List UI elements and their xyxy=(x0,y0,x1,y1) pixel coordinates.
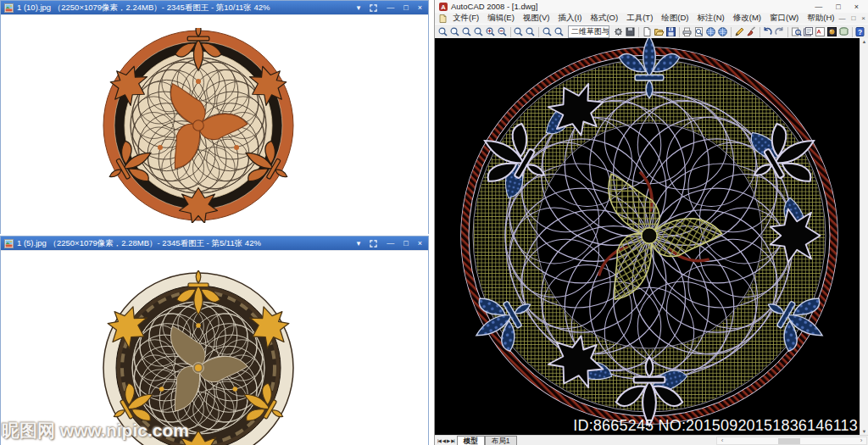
menu-编辑E[interactable]: 编辑(E) xyxy=(483,13,519,24)
autocad-menubar: 文件(F)编辑(E)视图(V)插入(I)格式(O)工具(T)绘图(D)标注(N)… xyxy=(435,13,868,24)
viewer2-canvas[interactable] xyxy=(1,250,428,445)
autocad-maximize-button[interactable]: □ xyxy=(836,3,840,11)
scroll-down-icon[interactable]: ▼ xyxy=(862,428,866,435)
workspace-settings-icon[interactable] xyxy=(613,25,624,38)
layout-tab-navigation: |◀◀▶▶| xyxy=(435,438,457,443)
help-icon[interactable]: ? xyxy=(854,25,865,38)
autocad-titlebar[interactable]: A AutoCAD 2008 - [1.dwg] —□× xyxy=(435,0,868,13)
viewer2-minimize-button[interactable]: — xyxy=(387,236,394,250)
cad-medallion-drawing xyxy=(435,38,860,435)
tab-nav-3[interactable]: ▶| xyxy=(451,438,454,443)
tab-模型[interactable]: 模型 xyxy=(457,436,485,445)
viewer1-fit-screen-button[interactable] xyxy=(370,4,377,12)
menu-修改M[interactable]: 修改(M) xyxy=(729,13,765,24)
drawing-area[interactable]: ID:8665245 NO:20150920151836146113 ▲ ▼ xyxy=(435,38,868,435)
zoom-dynamic-icon[interactable] xyxy=(449,25,460,38)
viewer1-maximize-button[interactable]: □ xyxy=(403,1,408,14)
markup-manager-icon[interactable] xyxy=(815,25,826,38)
publish-icon[interactable] xyxy=(705,25,716,38)
image-file-icon xyxy=(4,239,14,248)
zoom-center-icon[interactable] xyxy=(473,25,484,38)
zoom-out-icon[interactable] xyxy=(497,25,508,38)
image-file-icon xyxy=(4,3,14,13)
viewer2-menu-caret-button[interactable]: ▾ xyxy=(357,236,361,250)
drawing-file-icon xyxy=(437,14,448,23)
scroll-right-icon[interactable]: › xyxy=(856,437,866,444)
zoom-extents-icon[interactable] xyxy=(525,25,536,38)
undo-icon[interactable] xyxy=(762,25,773,38)
menu-绘图D[interactable]: 绘图(D) xyxy=(657,13,693,24)
tab-nav-2[interactable]: ▶ xyxy=(447,438,449,443)
menu-窗口W[interactable]: 窗口(W) xyxy=(765,13,803,24)
zoom-previous-icon[interactable] xyxy=(554,25,565,38)
viewer1-canvas[interactable] xyxy=(1,14,428,234)
vertical-scrollbar[interactable]: ▲ ▼ xyxy=(860,38,868,435)
zoom-scale-icon[interactable] xyxy=(461,25,472,38)
tab-nav-1[interactable]: ◀ xyxy=(442,438,445,443)
zoom-realtime-icon[interactable] xyxy=(542,25,553,38)
autocad-window: A AutoCAD 2008 - [1.dwg] —□× 文件(F)编辑(E)视… xyxy=(434,0,868,445)
autocad-close-button[interactable]: × xyxy=(854,3,859,11)
mdi-window-controls: —□× xyxy=(838,14,868,22)
autocad-minimize-button[interactable]: — xyxy=(815,3,822,11)
open-icon[interactable] xyxy=(654,25,665,38)
render-icon[interactable] xyxy=(826,25,837,38)
tab-布局1[interactable]: 布局1 xyxy=(485,436,517,445)
menu-视图V[interactable]: 视图(V) xyxy=(519,13,554,24)
viewer2-title: 1 (5).jpg （2250×1079像素，2.28MB）- 2345看图王 … xyxy=(17,238,353,249)
menu-格式O[interactable]: 格式(O) xyxy=(586,13,622,24)
workspace-save-icon[interactable] xyxy=(625,25,636,38)
zoom-window-icon[interactable] xyxy=(437,25,448,38)
viewer1-close-button[interactable]: × xyxy=(418,1,422,14)
etransmit-icon[interactable] xyxy=(717,25,728,38)
find-icon[interactable] xyxy=(791,25,802,38)
id-watermark: ID:8665245 NO:20150920151836146113 xyxy=(573,417,858,435)
layout-tabs: 模型布局1 xyxy=(457,436,517,445)
brush-markup-icon[interactable] xyxy=(746,25,757,38)
save-icon[interactable] xyxy=(665,25,676,38)
viewer2-window-controls: ▾—□× xyxy=(357,236,422,250)
viewer1-menu-caret-button[interactable]: ▾ xyxy=(357,1,361,14)
sheetset-icon[interactable] xyxy=(803,25,814,38)
medallion-artwork-orange xyxy=(101,28,296,223)
viewer2-fit-screen-button[interactable] xyxy=(370,240,377,248)
viewer1-title: 1 (10).jpg （2250×1079像素，2.24MB）- 2345看图王… xyxy=(17,3,353,14)
horizontal-scrollbar[interactable]: ‹ › xyxy=(716,437,867,445)
plot-icon[interactable] xyxy=(682,25,693,38)
redo-icon[interactable] xyxy=(774,25,785,38)
autocad-bottom-bar: |◀◀▶▶| 模型布局1 ‹ › xyxy=(435,435,868,445)
zoom-all-icon[interactable] xyxy=(513,25,524,38)
autocad-window-controls: —□× xyxy=(815,3,864,11)
viewer2-close-button[interactable]: × xyxy=(418,236,422,250)
viewer1-titlebar[interactable]: 1 (10).jpg （2250×1079像素，2.24MB）- 2345看图王… xyxy=(1,1,428,14)
mdi-close-button[interactable]: × xyxy=(861,14,865,22)
svg-text:A: A xyxy=(441,3,446,11)
plot-preview-icon[interactable] xyxy=(693,25,704,38)
viewer1-window-controls: ▾—□× xyxy=(357,1,422,14)
viewer2-maximize-button[interactable]: □ xyxy=(403,236,408,250)
mdi-restore-button[interactable]: □ xyxy=(851,14,855,22)
dbconnect-icon[interactable] xyxy=(838,25,849,38)
pencil-redline-icon[interactable] xyxy=(734,25,745,38)
zoom-in-icon[interactable] xyxy=(485,25,496,38)
menu-插入I[interactable]: 插入(I) xyxy=(554,13,586,24)
autocad-app-icon: A xyxy=(439,3,448,11)
new-icon[interactable] xyxy=(642,25,653,38)
viewer1-minimize-button[interactable]: — xyxy=(387,1,394,14)
tab-nav-0[interactable]: |◀ xyxy=(437,438,441,443)
workspace-dropdown-value: 二维草图与注释 xyxy=(571,26,610,37)
workspace-dropdown[interactable]: 二维草图与注释∨ xyxy=(568,25,610,38)
mdi-minimize-button[interactable]: — xyxy=(838,14,845,22)
menu-工具T[interactable]: 工具(T) xyxy=(622,13,657,24)
medallion-artwork-brown xyxy=(101,270,296,445)
viewer2-titlebar[interactable]: 1 (5).jpg （2250×1079像素，2.28MB）- 2345看图王 … xyxy=(1,236,428,250)
menu-文件F[interactable]: 文件(F) xyxy=(448,13,483,24)
horizontal-scroll-thumb[interactable] xyxy=(778,438,800,444)
menu-标注N[interactable]: 标注(N) xyxy=(693,13,729,24)
viewer-window-2: 1 (5).jpg （2250×1079像素，2.28MB）- 2345看图王 … xyxy=(0,236,429,445)
menu-帮助H[interactable]: 帮助(H) xyxy=(803,13,838,24)
scroll-up-icon[interactable]: ▲ xyxy=(862,38,866,45)
scroll-left-icon[interactable]: ‹ xyxy=(717,437,727,444)
svg-text:?: ? xyxy=(858,28,862,36)
autocad-title: AutoCAD 2008 - [1.dwg] xyxy=(451,2,537,11)
